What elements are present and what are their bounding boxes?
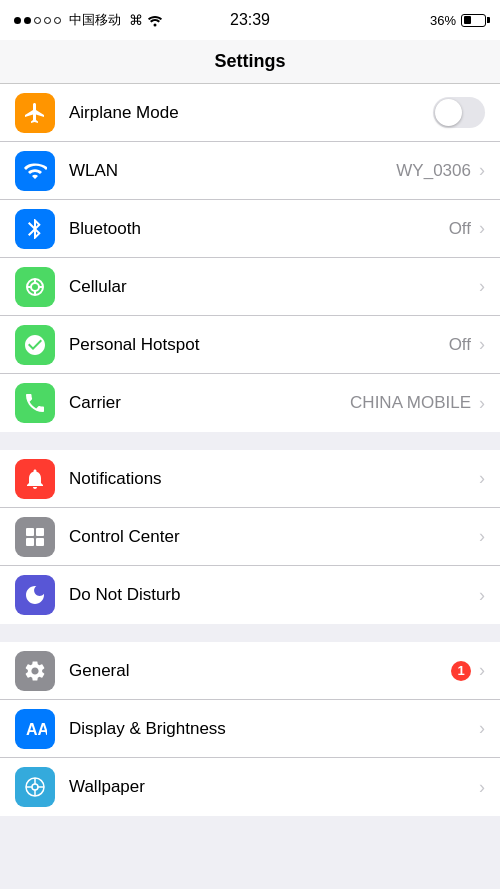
gear-icon <box>23 659 47 683</box>
wlan-value: WY_0306 <box>396 161 471 181</box>
hotspot-label: Personal Hotspot <box>69 335 449 355</box>
section-divider-2 <box>0 624 500 642</box>
airplane-mode-toggle[interactable] <box>433 97 485 128</box>
status-left: 中国移动 ⌘ <box>14 11 163 29</box>
carrier-label: Carrier <box>69 393 350 413</box>
notifications-chevron: › <box>479 468 485 489</box>
bluetooth-icon <box>23 217 47 241</box>
control-center-label: Control Center <box>69 527 479 547</box>
cellular-icon-wrapper <box>15 267 55 307</box>
display-icon-wrapper: AA <box>15 709 55 749</box>
display-label: Display & Brightness <box>69 719 479 739</box>
control-center-icon-wrapper <box>15 517 55 557</box>
airplane-mode-row[interactable]: Airplane Mode <box>0 84 500 142</box>
section-divider-1 <box>0 432 500 450</box>
wallpaper-icon-wrapper <box>15 767 55 807</box>
airplane-mode-icon-wrapper <box>15 93 55 133</box>
do-not-disturb-chevron: › <box>479 585 485 606</box>
hotspot-icon <box>23 333 47 357</box>
cellular-chevron: › <box>479 276 485 297</box>
wlan-label: WLAN <box>69 161 396 181</box>
moon-icon <box>23 583 47 607</box>
signal-dot-5 <box>54 17 61 24</box>
nav-bar: Settings <box>0 40 500 84</box>
settings-content: Airplane Mode WLAN WY_0306 › Bluetooth <box>0 84 500 816</box>
general-row[interactable]: General 1 › <box>0 642 500 700</box>
control-center-row[interactable]: Control Center › <box>0 508 500 566</box>
svg-point-2 <box>31 283 39 291</box>
hotspot-value: Off <box>449 335 471 355</box>
cellular-row[interactable]: Cellular › <box>0 258 500 316</box>
airplane-mode-toggle-thumb <box>435 99 462 126</box>
bluetooth-label: Bluetooth <box>69 219 449 239</box>
general-label: General <box>69 661 451 681</box>
bluetooth-value: Off <box>449 219 471 239</box>
cellular-label: Cellular <box>69 277 479 297</box>
svg-point-0 <box>153 24 156 27</box>
wallpaper-chevron: › <box>479 777 485 798</box>
notifications-label: Notifications <box>69 469 479 489</box>
bluetooth-icon-wrapper <box>15 209 55 249</box>
wlan-row[interactable]: WLAN WY_0306 › <box>0 142 500 200</box>
display-chevron: › <box>479 718 485 739</box>
control-center-chevron: › <box>479 526 485 547</box>
airplane-icon <box>23 101 47 125</box>
carrier-icon-wrapper <box>15 383 55 423</box>
general-chevron: › <box>479 660 485 681</box>
svg-rect-7 <box>26 528 34 536</box>
carrier-name: 中国移动 <box>69 11 121 29</box>
notifications-icon-wrapper <box>15 459 55 499</box>
signal-dot-3 <box>34 17 41 24</box>
signal-dot-4 <box>44 17 51 24</box>
carrier-row[interactable]: Carrier CHINA MOBILE › <box>0 374 500 432</box>
connectivity-group: Airplane Mode WLAN WY_0306 › Bluetooth <box>0 84 500 432</box>
notifications-group: Notifications › Control Center › Do <box>0 450 500 624</box>
hotspot-row[interactable]: Personal Hotspot Off › <box>0 316 500 374</box>
wallpaper-row[interactable]: Wallpaper › <box>0 758 500 816</box>
bluetooth-row[interactable]: Bluetooth Off › <box>0 200 500 258</box>
wallpaper-label: Wallpaper <box>69 777 479 797</box>
general-icon-wrapper <box>15 651 55 691</box>
do-not-disturb-label: Do Not Disturb <box>69 585 479 605</box>
display-row[interactable]: AA Display & Brightness › <box>0 700 500 758</box>
status-right: 36% <box>430 13 486 28</box>
battery-percentage: 36% <box>430 13 456 28</box>
airplane-mode-label: Airplane Mode <box>69 103 433 123</box>
svg-point-13 <box>32 784 38 790</box>
notifications-icon <box>23 467 47 491</box>
hotspot-icon-wrapper <box>15 325 55 365</box>
wifi-status-icon: ⌘ <box>129 12 163 28</box>
status-bar: 中国移动 ⌘ 23:39 36% <box>0 0 500 40</box>
signal-dot-2 <box>24 17 31 24</box>
carrier-chevron: › <box>479 393 485 414</box>
wifi-icon <box>23 159 47 183</box>
do-not-disturb-row[interactable]: Do Not Disturb › <box>0 566 500 624</box>
bluetooth-chevron: › <box>479 218 485 239</box>
signal-strength <box>14 17 61 24</box>
do-not-disturb-icon-wrapper <box>15 575 55 615</box>
general-badge: 1 <box>451 661 471 681</box>
carrier-value: CHINA MOBILE <box>350 393 471 413</box>
svg-text:AA: AA <box>26 721 47 738</box>
svg-rect-9 <box>26 538 34 546</box>
status-time: 23:39 <box>230 11 270 29</box>
phone-icon <box>23 391 47 415</box>
cellular-icon <box>23 275 47 299</box>
svg-rect-10 <box>36 538 44 546</box>
control-center-icon <box>23 525 47 549</box>
page-title: Settings <box>214 51 285 72</box>
wallpaper-icon <box>23 775 47 799</box>
signal-dot-1 <box>14 17 21 24</box>
battery-icon <box>461 14 486 27</box>
device-group: General 1 › AA Display & Brightness › <box>0 642 500 816</box>
hotspot-chevron: › <box>479 334 485 355</box>
svg-rect-8 <box>36 528 44 536</box>
wlan-chevron: › <box>479 160 485 181</box>
display-icon: AA <box>23 717 47 741</box>
wlan-icon-wrapper <box>15 151 55 191</box>
notifications-row[interactable]: Notifications › <box>0 450 500 508</box>
